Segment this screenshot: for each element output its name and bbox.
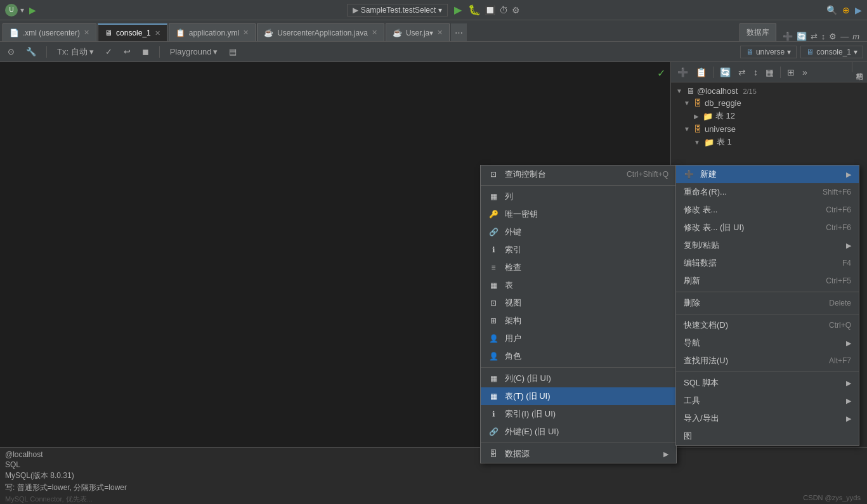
tree-db-universe-tables[interactable]: ▼ 📁 表 1 [671, 135, 867, 149]
ctx-r-modify-table-old[interactable]: 修改 表... (旧 UI) Ctrl+F6 [676, 219, 859, 236]
db-refresh-icon[interactable]: 🔄 [797, 32, 807, 41]
tab-xml-close[interactable]: ✕ [84, 29, 89, 37]
db-m-icon[interactable]: m [852, 32, 859, 41]
rt-expand-btn[interactable]: ⊞ [785, 66, 797, 79]
rt-copy-btn[interactable]: 📋 [693, 66, 709, 79]
tab-app-close[interactable]: ✕ [372, 29, 377, 37]
ctx-r-find-usage[interactable]: 查找用法(U) Alt+F7 [676, 352, 859, 370]
tab-console-close[interactable]: ✕ [155, 29, 160, 37]
ctx-fk-label: 外键 [505, 226, 521, 238]
ctx-table[interactable]: ▦ 表 [481, 276, 676, 294]
ctx-r-delete-label: 删除 [684, 297, 700, 309]
tree-db-reggie-tables[interactable]: ▶ 📁 表 12 [671, 109, 867, 123]
ctx-r-import-export-arrow: ▶ [846, 415, 851, 423]
ctx-r-navigate[interactable]: 导航 ▶ [676, 334, 859, 352]
ctx-datasource[interactable]: 🗄 数据源 ▶ [481, 445, 676, 463]
db-arrows-icon[interactable]: ⇄ [811, 32, 818, 41]
tree-db-universe[interactable]: ▼ 🗄 universe [671, 123, 867, 135]
ctx-check[interactable]: ≡ 检查 [481, 259, 676, 276]
tx-auto-btn[interactable]: Tx: 自动 ▾ [53, 45, 98, 59]
tree-host-item[interactable]: ▼ 🖥 @localhost 2/15 [671, 85, 867, 97]
tab-more-button[interactable]: ⋯ [451, 23, 467, 41]
right-side-tab[interactable]: 结构栏 [852, 62, 867, 72]
playground-arrow: ▾ [213, 47, 218, 56]
ctx-r-delete[interactable]: 删除 Delete [676, 294, 859, 312]
undo-btn[interactable]: ↩ [120, 46, 134, 58]
db-minus-icon[interactable]: — [840, 32, 849, 41]
ctx-index-old[interactable]: ℹ 索引(I) (旧 UI) [481, 405, 676, 423]
rt-sync-btn[interactable]: ⇄ [736, 66, 748, 79]
tab-user-close[interactable]: ✕ [437, 29, 443, 37]
ctx-r-diagram[interactable]: 图 [676, 427, 859, 445]
tree-db-reggie[interactable]: ▼ 🗄 db_reggie [671, 97, 867, 109]
user-dropdown-arrow[interactable]: ▾ [20, 6, 24, 15]
ctx-ds-icon: 🗄 [488, 449, 499, 458]
tab-yml-close[interactable]: ✕ [243, 29, 249, 37]
stop-btn[interactable]: ◼ [138, 46, 153, 58]
rt-add-btn[interactable]: ➕ [675, 66, 691, 79]
ctx-fk-old-label: 外键(E) (旧 UI) [505, 426, 559, 437]
ctx-table-old[interactable]: ▦ 表(T) (旧 UI) [481, 387, 676, 405]
ctx-r-new[interactable]: ➕ 新建 ▶ [676, 165, 859, 183]
ctx-r-tools[interactable]: 工具 ▶ [676, 392, 859, 410]
profile-icon[interactable]: ⏱ [499, 5, 508, 15]
playground-btn[interactable]: Playground ▾ [166, 46, 222, 58]
tab-xml-usercenter[interactable]: 📄 .xml (usercenter) ✕ [3, 23, 96, 41]
universe-selector[interactable]: 🖥 universe ▾ [740, 46, 797, 58]
ctx-r-edit-data[interactable]: 编辑数据 F4 [676, 254, 859, 272]
user-menu[interactable]: U ▾ [5, 4, 24, 16]
ctx-index[interactable]: ℹ 索引 [481, 241, 676, 259]
tab-user-icon: ☕ [393, 29, 402, 37]
console-selector[interactable]: 🖥 console_1 ▾ [800, 46, 863, 58]
ctx-role[interactable]: 👤 角色 [481, 347, 676, 365]
coverage-icon[interactable]: 🔲 [485, 5, 495, 15]
nav-forward-icon[interactable]: ▶ [855, 5, 862, 15]
ctx-r-rename[interactable]: 重命名(R)... Shift+F6 [676, 183, 859, 201]
ctx-r-sql-script[interactable]: SQL 脚本 ▶ [676, 374, 859, 392]
grid-btn[interactable]: ▤ [225, 46, 240, 58]
db-settings-icon[interactable]: ⚙ [829, 32, 837, 41]
settings-icon2[interactable]: ⚙ [512, 5, 520, 15]
ctx-unique-key[interactable]: 🔑 唯一密钥 [481, 205, 676, 223]
status-sql: SQL [5, 460, 862, 469]
search-icon[interactable]: 🔍 [826, 5, 837, 15]
rt-grid-btn[interactable]: ▦ [763, 66, 776, 79]
tab-application-yml[interactable]: 📋 application.yml ✕ [169, 23, 256, 41]
tab-console1[interactable]: 🖥 console_1 ✕ [98, 23, 167, 41]
ctx-schema[interactable]: ⊞ 架构 [481, 312, 676, 330]
status-mysql-version: MySQL(版本 8.0.31) [5, 470, 862, 481]
debug-icon[interactable]: 🐛 [468, 4, 481, 16]
ctx-r-import-export[interactable]: 导入/导出 ▶ [676, 410, 859, 427]
db-universe-arrow: ▼ [684, 126, 690, 132]
ctx-foreign-key[interactable]: 🔗 外键 [481, 223, 676, 241]
tab-user-java[interactable]: ☕ User.ja▾ ✕ [386, 23, 450, 41]
check-btn[interactable]: ✓ [101, 46, 116, 58]
tab-usercenter-app[interactable]: ☕ UsercenterApplication.java ✕ [257, 23, 384, 41]
ctx-view[interactable]: ⊡ 视图 [481, 294, 676, 312]
ctx-r-copy-paste[interactable]: 复制/粘贴 ▶ [676, 236, 859, 254]
ctx-user[interactable]: 👤 用户 [481, 330, 676, 347]
playground-label: Playground [170, 47, 212, 56]
ctx-r-quick-doc[interactable]: 快速文档(D) Ctrl+Q [676, 316, 859, 334]
db-arrows2-icon[interactable]: ↕ [821, 32, 826, 41]
ctx-r-modify-table[interactable]: 修改 表... Ctrl+F6 [676, 201, 859, 219]
ctx-r-refresh[interactable]: 刷新 Ctrl+F5 [676, 272, 859, 290]
rt-filter-btn[interactable]: ↕ [751, 66, 760, 79]
ctx-fk-old[interactable]: 🔗 外键(E) (旧 UI) [481, 423, 676, 441]
ctx-query-console[interactable]: ⊡ 查询控制台 Ctrl+Shift+Q [481, 165, 676, 183]
circle-btn[interactable]: ⊙ [4, 46, 18, 58]
ctx-col-old[interactable]: ▦ 列(C) (旧 UI) [481, 370, 676, 387]
host-expand-arrow: ▼ [676, 87, 682, 94]
tab-console-label: console_1 [116, 29, 151, 37]
ctx-columns[interactable]: ▦ 列 [481, 188, 676, 205]
tab-database[interactable]: 数据库 [740, 23, 776, 41]
sample-test-button[interactable]: ▶ SampleTest.testSelect ▾ [347, 4, 448, 16]
rt-refresh-btn[interactable]: 🔄 [717, 66, 733, 79]
wrench-btn[interactable]: 🔧 [22, 46, 40, 58]
plus-circle-icon[interactable]: ⊕ [842, 5, 850, 15]
rt-chevron-btn[interactable]: » [800, 66, 810, 79]
ctx-r-sql-arrow: ▶ [846, 379, 851, 387]
run-button[interactable]: ▶ [452, 3, 464, 17]
db-add-icon[interactable]: ➕ [783, 32, 793, 41]
ctx-r-sep2 [676, 314, 859, 314]
